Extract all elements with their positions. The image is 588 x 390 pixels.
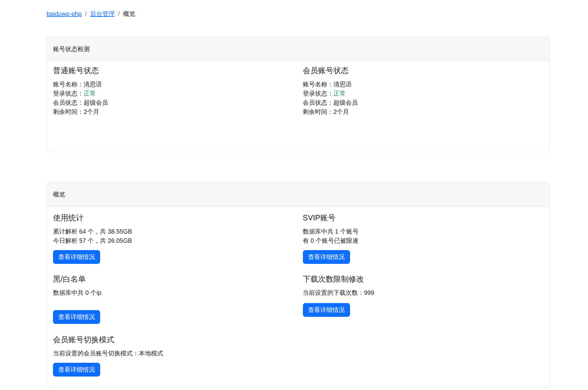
- vip-level-row: 会员状态：超级会员: [303, 98, 544, 107]
- vip-account-status: 会员账号状态 账号名称：清思语 登录状态：正常 会员状态：超级会员 剩余时间：2…: [298, 66, 544, 116]
- field-value: 2个月: [334, 108, 349, 115]
- vip-switch-mode-title: 会员账号切换模式: [53, 335, 298, 344]
- account-status-card-header: 账号状态检测: [47, 37, 549, 61]
- field-value: 超级会员: [84, 99, 108, 106]
- vip-level-row: 会员状态：超级会员: [53, 98, 298, 107]
- total-parsed-line: 累计解析 64 个，共 38.55GB: [53, 227, 298, 236]
- field-value: 清思语: [334, 81, 352, 88]
- login-status-row: 登录状态：正常: [303, 89, 544, 98]
- overview-card-body: 使用统计 累计解析 64 个，共 38.55GB 今日解析 57 个，共 26.…: [47, 207, 549, 387]
- field-label: 登录状态：: [303, 90, 334, 97]
- status-ok-value: 正常: [334, 90, 346, 97]
- account-name-row: 账号名称：清思语: [53, 80, 298, 89]
- overview-card-header: 概览: [47, 182, 549, 207]
- remaining-time-row: 剩余时间：2个月: [53, 107, 298, 116]
- field-label: 账号名称：: [303, 81, 334, 88]
- vip-switch-mode-section: 会员账号切换模式 当前设置的会员账号切换模式：本地模式 查看详细情况: [53, 335, 298, 377]
- normal-account-status: 普通账号状态 账号名称：清思语 登录状态：正常 会员状态：超级会员 剩余时间：2…: [53, 66, 298, 116]
- ip-count-line: 数据库中共 0 个ip: [53, 288, 298, 297]
- usage-stats-section: 使用统计 累计解析 64 个，共 38.55GB 今日解析 57 个，共 26.…: [53, 213, 298, 264]
- breadcrumb-link-home[interactable]: baiduwp-php: [47, 9, 82, 18]
- today-parsed-line: 今日解析 57 个，共 26.05GB: [53, 236, 298, 245]
- vip-switch-mode-line: 当前设置的会员账号切换模式：本地模式: [53, 349, 298, 358]
- field-value: 2个月: [84, 108, 99, 115]
- download-limit-section: 下载次数限制修改 当前设置的下载次数：999 查看详细情况: [298, 274, 544, 317]
- download-limit-line: 当前设置的下载次数：999: [303, 288, 544, 297]
- svip-count-line: 数据库中共 1 个账号: [303, 227, 544, 236]
- svip-account-title: SVIP账号: [303, 213, 544, 223]
- blacklist-title: 黑/白名单: [53, 274, 298, 284]
- breadcrumb-separator: /: [118, 9, 120, 18]
- download-limit-detail-button[interactable]: 查看详细情况: [303, 303, 350, 317]
- vip-switch-mode-detail-button[interactable]: 查看详细情况: [53, 363, 100, 377]
- overview-card: 概览 使用统计 累计解析 64 个，共 38.55GB 今日解析 57 个，共 …: [47, 182, 550, 388]
- field-label: 剩余时间：: [303, 108, 334, 115]
- breadcrumb-link-admin[interactable]: 后台管理: [90, 9, 115, 18]
- breadcrumb-separator: /: [85, 9, 87, 18]
- breadcrumb-current: 概览: [123, 9, 135, 18]
- field-label: 会员状态：: [53, 99, 84, 106]
- blacklist-detail-button[interactable]: 查看详细情况: [53, 310, 100, 324]
- normal-account-title: 普通账号状态: [53, 66, 298, 75]
- field-value: 超级会员: [334, 99, 358, 106]
- login-status-row: 登录状态：正常: [53, 89, 298, 98]
- breadcrumb: baiduwp-php / 后台管理 / 概览: [47, 0, 550, 18]
- main-container: baiduwp-php / 后台管理 / 概览 账号状态检测 普通账号状态 账号…: [47, 0, 550, 388]
- svip-account-section: SVIP账号 数据库中共 1 个账号 有 0 个账号已被限速 查看详细情况: [298, 213, 544, 264]
- vip-account-title: 会员账号状态: [303, 66, 544, 75]
- blacklist-section: 黑/白名单 数据库中共 0 个ip 查看详细情况: [53, 274, 298, 324]
- svip-limited-line: 有 0 个账号已被限速: [303, 236, 544, 245]
- download-limit-title: 下载次数限制修改: [303, 274, 544, 284]
- account-status-card: 账号状态检测 普通账号状态 账号名称：清思语 登录状态：正常 会员状态：超级会员…: [47, 37, 550, 152]
- svip-account-detail-button[interactable]: 查看详细情况: [303, 250, 350, 264]
- usage-stats-detail-button[interactable]: 查看详细情况: [53, 250, 100, 264]
- field-label: 登录状态：: [53, 90, 84, 97]
- usage-stats-title: 使用统计: [53, 213, 298, 223]
- account-status-card-body: 普通账号状态 账号名称：清思语 登录状态：正常 会员状态：超级会员 剩余时间：2…: [47, 61, 549, 152]
- account-name-row: 账号名称：清思语: [303, 80, 544, 89]
- status-ok-value: 正常: [84, 90, 96, 97]
- field-label: 会员状态：: [303, 99, 334, 106]
- page: baiduwp-php / 后台管理 / 概览 账号状态检测 普通账号状态 账号…: [0, 0, 588, 390]
- remaining-time-row: 剩余时间：2个月: [303, 107, 544, 116]
- field-label: 剩余时间：: [53, 108, 84, 115]
- field-value: 清思语: [84, 81, 102, 88]
- field-label: 账号名称：: [53, 81, 84, 88]
